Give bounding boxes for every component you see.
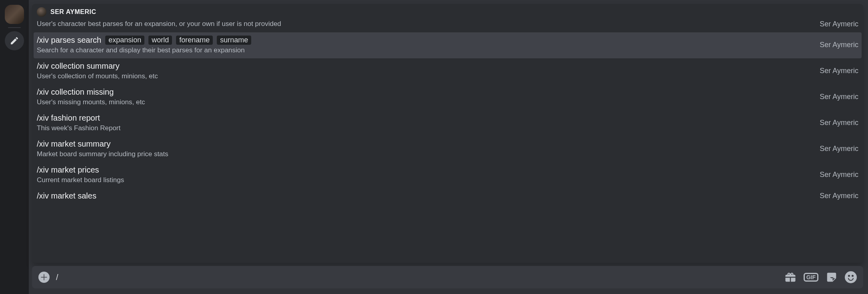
attach-button[interactable] [38, 272, 50, 283]
gift-icon[interactable] [784, 271, 796, 283]
command-title-row: /xiv collection summary [37, 62, 158, 71]
plus-icon [40, 274, 48, 281]
command-description: Market board summary including price sta… [37, 150, 168, 158]
command-source: Ser Aymeric [820, 93, 858, 101]
bot-avatar [37, 7, 46, 17]
server-avatar[interactable] [5, 5, 24, 24]
command-title-row: /xiv fashion report [37, 113, 120, 123]
command-source: Ser Aymeric [820, 119, 858, 127]
sticker-icon[interactable] [826, 271, 838, 283]
command-source: Ser Aymeric [820, 41, 858, 49]
command-source: Ser Aymeric [820, 171, 858, 179]
command-title-row: /xiv collection missing [37, 87, 145, 97]
command-name: /xiv market prices [37, 165, 99, 175]
command-name: /xiv fashion report [37, 113, 100, 123]
gif-icon[interactable]: GIF [804, 273, 818, 282]
command-left: /xiv parses searchexpansionworldforename… [37, 36, 251, 54]
command-item[interactable]: /xiv parses searchexpansionworldforename… [34, 32, 862, 58]
command-name: /xiv market summary [37, 139, 110, 149]
compose-bar: GIF [32, 266, 863, 288]
command-item[interactable]: /xiv market summaryMarket board summary … [32, 136, 863, 162]
server-bar [0, 0, 29, 294]
command-item[interactable]: /xiv market pricesCurrent market board l… [32, 162, 863, 188]
command-name: /xiv collection missing [37, 87, 114, 97]
command-description: Current market board listings [37, 176, 124, 184]
command-name: /xiv market sales [37, 191, 96, 201]
command-title-row: /xiv parses searchexpansionworldforename… [37, 36, 251, 45]
command-description: This week's Fashion Report [37, 124, 120, 132]
command-left: /xiv collection missingUser's missing mo… [37, 87, 145, 106]
command-left: /xiv market summaryMarket board summary … [37, 139, 168, 158]
command-name: /xiv collection summary [37, 62, 120, 71]
command-source: Ser Aymeric [820, 145, 858, 153]
command-source: Ser Aymeric [820, 192, 858, 200]
bot-name: SER AYMERIC [50, 8, 96, 16]
server-item-edit[interactable] [5, 31, 24, 50]
command-item[interactable]: /xiv collection missingUser's missing mo… [32, 84, 863, 110]
server-separator [8, 27, 21, 28]
pencil-icon [10, 36, 19, 46]
command-param: surname [217, 36, 251, 45]
command-source: Ser Aymeric [820, 20, 858, 28]
command-item[interactable]: /xiv fashion reportThis week's Fashion R… [32, 110, 863, 136]
command-description: User's character best parses for an expa… [37, 20, 281, 28]
popup-header: SER AYMERIC [32, 4, 863, 20]
command-title-row: /xiv market prices [37, 165, 124, 175]
command-description: User's collection of mounts, minions, et… [37, 72, 158, 80]
message-input[interactable] [56, 273, 778, 282]
command-left: /xiv collection summaryUser's collection… [37, 62, 158, 80]
command-title-row: /xiv market sales [37, 191, 96, 201]
command-title-row: /xiv market summary [37, 139, 168, 149]
command-left: /xiv market sales [37, 191, 96, 201]
command-source: Ser Aymeric [820, 67, 858, 75]
command-param: world [148, 36, 172, 45]
command-description: Search for a character and display their… [37, 46, 251, 54]
command-left: User's character best parses for an expa… [37, 20, 281, 28]
command-item[interactable]: /xiv market salesSer Aymeric [32, 188, 863, 205]
command-left: /xiv fashion reportThis week's Fashion R… [37, 113, 120, 132]
command-param: forename [176, 36, 213, 45]
command-item[interactable]: /xiv collection summaryUser's collection… [32, 58, 863, 84]
commands-list[interactable]: User's character best parses for an expa… [32, 20, 863, 263]
command-description: User's missing mounts, minions, etc [37, 98, 145, 106]
command-left: /xiv market pricesCurrent market board l… [37, 165, 124, 184]
compose-actions: GIF [784, 271, 857, 283]
command-autocomplete-popup: SER AYMERIC User's character best parses… [32, 4, 863, 263]
command-param: expansion [105, 36, 144, 45]
command-item[interactable]: User's character best parses for an expa… [32, 20, 863, 32]
command-name: /xiv parses search [37, 36, 101, 45]
emoji-icon[interactable] [845, 271, 857, 283]
